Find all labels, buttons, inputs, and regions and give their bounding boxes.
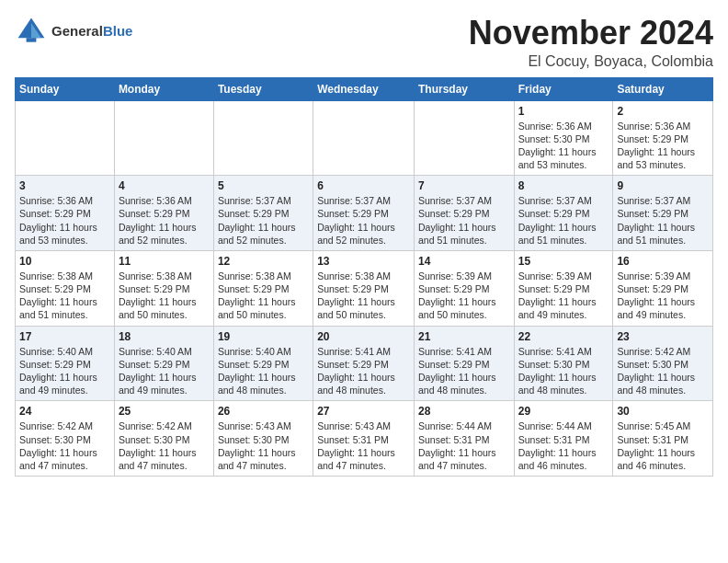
day-number: 26 [218,405,309,418]
calendar-week-row: 17Sunrise: 5:40 AMSunset: 5:29 PMDayligh… [16,326,713,401]
table-row: 30Sunrise: 5:45 AMSunset: 5:31 PMDayligh… [613,401,713,477]
table-row: 6Sunrise: 5:37 AMSunset: 5:29 PMDaylight… [313,176,415,251]
calendar-week-row: 1Sunrise: 5:36 AMSunset: 5:30 PMDaylight… [16,100,713,176]
table-row: 16Sunrise: 5:39 AMSunset: 5:29 PMDayligh… [613,250,713,326]
table-row: 23Sunrise: 5:42 AMSunset: 5:30 PMDayligh… [613,326,713,401]
day-info: Sunrise: 5:42 AMSunset: 5:30 PMDaylight:… [119,419,210,472]
day-number: 17 [19,330,110,343]
table-row: 14Sunrise: 5:39 AMSunset: 5:29 PMDayligh… [414,250,514,326]
day-number: 25 [119,405,210,418]
day-number: 8 [518,179,609,192]
day-info: Sunrise: 5:37 AMSunset: 5:29 PMDaylight:… [518,194,609,247]
table-row: 13Sunrise: 5:38 AMSunset: 5:29 PMDayligh… [313,250,415,326]
logo-area: GeneralBlue [15,15,132,48]
calendar-table: Sunday Monday Tuesday Wednesday Thursday… [15,77,713,477]
table-row: 29Sunrise: 5:44 AMSunset: 5:31 PMDayligh… [514,401,613,477]
table-row [414,100,514,176]
day-info: Sunrise: 5:37 AMSunset: 5:29 PMDaylight:… [317,194,410,247]
day-info: Sunrise: 5:40 AMSunset: 5:29 PMDaylight:… [19,345,110,397]
day-number: 5 [218,179,309,192]
table-row: 18Sunrise: 5:40 AMSunset: 5:29 PMDayligh… [114,326,213,401]
day-info: Sunrise: 5:42 AMSunset: 5:30 PMDaylight:… [617,345,709,397]
day-number: 20 [317,330,410,343]
table-row: 24Sunrise: 5:42 AMSunset: 5:30 PMDayligh… [16,401,115,477]
calendar-header-row: Sunday Monday Tuesday Wednesday Thursday… [16,77,713,100]
day-number: 22 [518,330,609,343]
day-number: 30 [617,405,709,418]
calendar-week-row: 10Sunrise: 5:38 AMSunset: 5:29 PMDayligh… [16,250,713,326]
day-number: 4 [119,179,210,192]
logo-icon [15,15,48,48]
table-row: 7Sunrise: 5:37 AMSunset: 5:29 PMDaylight… [414,176,514,251]
logo-text: GeneralBlue [51,23,132,40]
day-info: Sunrise: 5:39 AMSunset: 5:29 PMDaylight:… [518,270,609,322]
col-tuesday: Tuesday [213,77,313,100]
logo-blue: Blue [103,23,133,39]
page: GeneralBlue November 2024 El Cocuy, Boya… [0,0,728,486]
day-info: Sunrise: 5:36 AMSunset: 5:29 PMDaylight:… [119,194,210,247]
day-info: Sunrise: 5:38 AMSunset: 5:29 PMDaylight:… [218,270,309,322]
day-number: 13 [317,255,410,268]
table-row [114,100,213,176]
day-info: Sunrise: 5:41 AMSunset: 5:29 PMDaylight:… [418,345,510,397]
table-row: 2Sunrise: 5:36 AMSunset: 5:29 PMDaylight… [613,100,713,176]
col-friday: Friday [514,77,613,100]
day-number: 29 [518,405,609,418]
location-title: El Cocuy, Boyaca, Colombia [469,53,713,70]
table-row: 26Sunrise: 5:43 AMSunset: 5:30 PMDayligh… [213,401,313,477]
table-row: 4Sunrise: 5:36 AMSunset: 5:29 PMDaylight… [114,176,213,251]
table-row: 12Sunrise: 5:38 AMSunset: 5:29 PMDayligh… [213,250,313,326]
day-number: 1 [518,105,609,118]
day-number: 3 [19,179,110,192]
day-number: 9 [617,179,709,192]
day-info: Sunrise: 5:38 AMSunset: 5:29 PMDaylight:… [317,270,410,322]
table-row: 28Sunrise: 5:44 AMSunset: 5:31 PMDayligh… [414,401,514,477]
day-info: Sunrise: 5:43 AMSunset: 5:31 PMDaylight:… [317,419,410,472]
table-row [213,100,313,176]
day-info: Sunrise: 5:43 AMSunset: 5:30 PMDaylight:… [218,419,309,472]
table-row: 25Sunrise: 5:42 AMSunset: 5:30 PMDayligh… [114,401,213,477]
table-row: 27Sunrise: 5:43 AMSunset: 5:31 PMDayligh… [313,401,415,477]
month-title: November 2024 [469,15,713,52]
col-wednesday: Wednesday [313,77,415,100]
day-info: Sunrise: 5:39 AMSunset: 5:29 PMDaylight:… [617,270,709,322]
day-number: 27 [317,405,410,418]
calendar-week-row: 24Sunrise: 5:42 AMSunset: 5:30 PMDayligh… [16,401,713,477]
day-info: Sunrise: 5:41 AMSunset: 5:30 PMDaylight:… [518,345,609,397]
day-info: Sunrise: 5:36 AMSunset: 5:30 PMDaylight:… [518,120,609,172]
day-info: Sunrise: 5:40 AMSunset: 5:29 PMDaylight:… [119,345,210,397]
day-number: 21 [418,330,510,343]
day-number: 24 [19,405,110,418]
day-info: Sunrise: 5:42 AMSunset: 5:30 PMDaylight:… [19,419,110,472]
day-info: Sunrise: 5:38 AMSunset: 5:29 PMDaylight:… [119,270,210,322]
day-number: 28 [418,405,510,418]
table-row: 9Sunrise: 5:37 AMSunset: 5:29 PMDaylight… [613,176,713,251]
calendar-week-row: 3Sunrise: 5:36 AMSunset: 5:29 PMDaylight… [16,176,713,251]
table-row [313,100,415,176]
table-row: 3Sunrise: 5:36 AMSunset: 5:29 PMDaylight… [16,176,115,251]
day-number: 15 [518,255,609,268]
table-row: 17Sunrise: 5:40 AMSunset: 5:29 PMDayligh… [16,326,115,401]
day-number: 16 [617,255,709,268]
day-info: Sunrise: 5:37 AMSunset: 5:29 PMDaylight:… [418,194,510,247]
col-saturday: Saturday [613,77,713,100]
table-row: 8Sunrise: 5:37 AMSunset: 5:29 PMDaylight… [514,176,613,251]
day-info: Sunrise: 5:36 AMSunset: 5:29 PMDaylight:… [19,194,110,247]
day-number: 11 [119,255,210,268]
table-row: 22Sunrise: 5:41 AMSunset: 5:30 PMDayligh… [514,326,613,401]
table-row: 1Sunrise: 5:36 AMSunset: 5:30 PMDaylight… [514,100,613,176]
day-number: 18 [119,330,210,343]
table-row: 19Sunrise: 5:40 AMSunset: 5:29 PMDayligh… [213,326,313,401]
day-number: 23 [617,330,709,343]
day-number: 2 [617,105,709,118]
day-number: 19 [218,330,309,343]
col-sunday: Sunday [16,77,115,100]
day-info: Sunrise: 5:38 AMSunset: 5:29 PMDaylight:… [19,270,110,322]
table-row [16,100,115,176]
day-number: 12 [218,255,309,268]
day-info: Sunrise: 5:39 AMSunset: 5:29 PMDaylight:… [418,270,510,322]
day-number: 10 [19,255,110,268]
table-row: 15Sunrise: 5:39 AMSunset: 5:29 PMDayligh… [514,250,613,326]
day-info: Sunrise: 5:44 AMSunset: 5:31 PMDaylight:… [418,419,510,472]
day-number: 14 [418,255,510,268]
